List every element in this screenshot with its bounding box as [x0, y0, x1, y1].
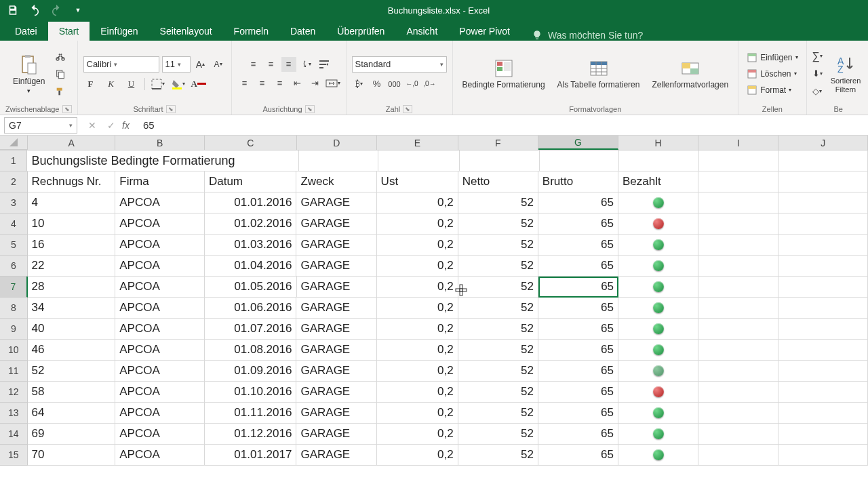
row-header-3[interactable]: 3: [0, 192, 28, 214]
tell-me-search[interactable]: Was möchten Sie tun?: [532, 30, 643, 41]
cell-C2[interactable]: Datum: [205, 171, 297, 192]
cell-C13[interactable]: 01.11.2016: [205, 403, 297, 424]
cell-D4[interactable]: GARAGE: [296, 214, 376, 235]
row-header-13[interactable]: 13: [0, 403, 28, 424]
grid-body[interactable]: 1Buchungsliste Bedingte Formatierung2Rec…: [0, 150, 868, 488]
align-bottom-icon[interactable]: ≡: [281, 57, 296, 72]
cell-H6[interactable]: [618, 256, 698, 277]
cell-H13[interactable]: [618, 403, 698, 424]
col-header-E[interactable]: E: [377, 136, 458, 150]
delete-cells-button[interactable]: Löschen ▾: [744, 67, 799, 81]
cell-A9[interactable]: 40: [28, 319, 116, 340]
cell-C9[interactable]: 01.07.2016: [205, 319, 297, 340]
cut-icon[interactable]: [53, 49, 68, 64]
cell-C7[interactable]: 01.05.2016: [205, 277, 297, 298]
col-header-D[interactable]: D: [297, 136, 377, 150]
row-header-9[interactable]: 9: [0, 319, 28, 340]
col-header-H[interactable]: H: [618, 136, 698, 150]
col-header-C[interactable]: C: [205, 136, 297, 150]
cell-A11[interactable]: 52: [28, 361, 116, 382]
cell-E5[interactable]: 0,2: [377, 235, 458, 256]
cell-G14[interactable]: 65: [538, 424, 618, 445]
row-header-5[interactable]: 5: [0, 235, 28, 256]
cell-G2[interactable]: Brutto: [538, 171, 618, 192]
cell-I15[interactable]: [698, 445, 778, 466]
col-header-B[interactable]: B: [115, 136, 205, 150]
col-header-F[interactable]: F: [458, 136, 538, 150]
cell-B5[interactable]: APCOA: [115, 235, 205, 256]
cell-I2[interactable]: [698, 171, 778, 192]
col-header-G[interactable]: G: [538, 136, 618, 150]
cell-C8[interactable]: 01.06.2016: [205, 298, 297, 319]
cell-E3[interactable]: 0,2: [377, 192, 458, 214]
cell-A5[interactable]: 16: [28, 235, 116, 256]
cell-J8[interactable]: [778, 298, 868, 319]
cell-F9[interactable]: 52: [458, 319, 538, 340]
clear-icon[interactable]: ◇▾: [812, 84, 822, 99]
cell-J15[interactable]: [778, 445, 868, 466]
italic-icon[interactable]: K: [104, 77, 119, 92]
cell-B6[interactable]: APCOA: [115, 256, 205, 277]
cell-I9[interactable]: [698, 319, 778, 340]
cell-B9[interactable]: APCOA: [115, 319, 205, 340]
cell-B12[interactable]: APCOA: [115, 382, 205, 403]
cell-J4[interactable]: [778, 214, 868, 235]
cancel-formula-icon[interactable]: ✕: [88, 120, 96, 131]
cell-F5[interactable]: 52: [458, 235, 538, 256]
decrease-decimal-icon[interactable]: ,0→: [422, 77, 437, 92]
cell-J7[interactable]: [778, 277, 868, 298]
cell-I6[interactable]: [698, 256, 778, 277]
cell-J14[interactable]: [778, 424, 868, 445]
row-header-2[interactable]: 2: [0, 171, 28, 192]
cell-E4[interactable]: 0,2: [377, 214, 458, 235]
row-header-11[interactable]: 11: [0, 361, 28, 382]
cell-B8[interactable]: APCOA: [115, 298, 205, 319]
cell-F4[interactable]: 52: [458, 214, 538, 235]
tab-insert[interactable]: Einfügen: [90, 22, 149, 41]
font-dialog-launcher[interactable]: ⬊: [166, 105, 176, 113]
cell-G5[interactable]: 65: [538, 235, 618, 256]
conditional-formatting-button[interactable]: Bedingte Formatierung: [458, 55, 549, 92]
cell-D11[interactable]: GARAGE: [296, 361, 376, 382]
cell-E10[interactable]: 0,2: [377, 340, 458, 361]
row-header-10[interactable]: 10: [0, 340, 28, 361]
cell-H2[interactable]: Bezahlt: [618, 171, 698, 192]
cell-D3[interactable]: GARAGE: [296, 192, 376, 214]
tab-data[interactable]: Daten: [279, 22, 326, 41]
cell-G11[interactable]: 65: [538, 361, 618, 382]
cell-B7[interactable]: APCOA: [115, 277, 205, 298]
copy-icon[interactable]: [53, 66, 68, 81]
sort-filter-button[interactable]: AZ Sortieren Filtern: [827, 51, 865, 96]
cell-J2[interactable]: [778, 171, 868, 192]
row-header-4[interactable]: 4: [0, 214, 28, 235]
cell-E12[interactable]: 0,2: [377, 382, 458, 403]
cell-C3[interactable]: 01.01.2016: [205, 192, 297, 214]
clipboard-dialog-launcher[interactable]: ⬊: [62, 105, 72, 113]
orientation-icon[interactable]: ⤹▾: [299, 57, 314, 72]
cell-I5[interactable]: [698, 235, 778, 256]
cell-I14[interactable]: [698, 424, 778, 445]
cell-I4[interactable]: [698, 214, 778, 235]
cell-J10[interactable]: [778, 340, 868, 361]
cell-E9[interactable]: 0,2: [377, 319, 458, 340]
cell-C10[interactable]: 01.08.2016: [205, 340, 297, 361]
cell-H15[interactable]: [618, 445, 698, 466]
tab-pagelayout[interactable]: Seitenlayout: [149, 22, 223, 41]
tab-formulas[interactable]: Formeln: [223, 22, 279, 41]
cell-A2[interactable]: Rechnugs Nr.: [28, 171, 116, 192]
alignment-dialog-launcher[interactable]: ⬊: [305, 105, 315, 113]
row-header-14[interactable]: 14: [0, 424, 28, 445]
cell-H14[interactable]: [618, 424, 698, 445]
cell-D14[interactable]: GARAGE: [296, 424, 376, 445]
qat-customize-icon[interactable]: ▼: [72, 4, 84, 16]
row-header-8[interactable]: 8: [0, 298, 28, 319]
cell-H8[interactable]: [618, 298, 698, 319]
cell-F11[interactable]: 52: [458, 361, 538, 382]
cell-C12[interactable]: 01.10.2016: [205, 382, 297, 403]
row-header-6[interactable]: 6: [0, 256, 28, 277]
cell-H10[interactable]: [618, 340, 698, 361]
accounting-format-icon[interactable]: ₿▾: [352, 77, 367, 92]
font-size-combo[interactable]: 11 ▾: [162, 56, 191, 73]
cell-A4[interactable]: 10: [28, 214, 116, 235]
align-right-icon[interactable]: ≡: [273, 76, 288, 91]
